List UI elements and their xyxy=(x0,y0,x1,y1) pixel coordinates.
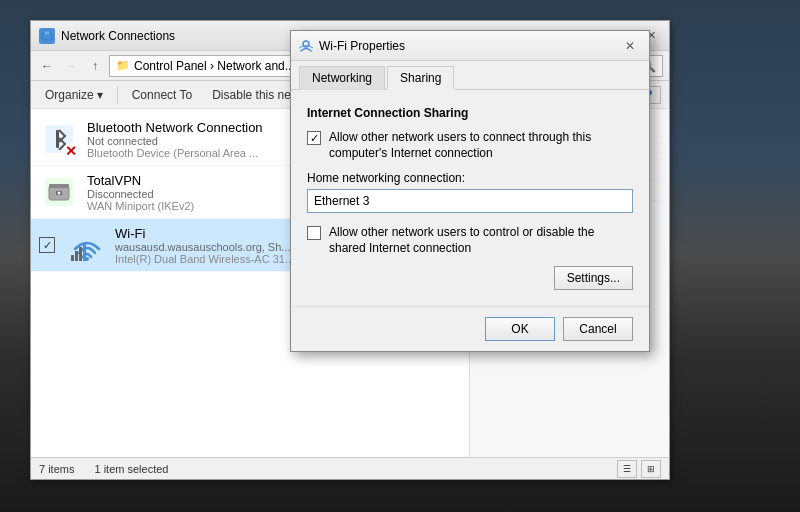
dialog-titlebar: Wi-Fi Properties ✕ xyxy=(291,31,649,61)
wifi-properties-dialog: Wi-Fi Properties ✕ Networking Sharing In… xyxy=(290,30,650,352)
checkbox-row-1: Allow other network users to connect thr… xyxy=(307,130,633,161)
dialog-title: Wi-Fi Properties xyxy=(319,39,613,53)
tab-networking[interactable]: Networking xyxy=(299,66,385,90)
allow-sharing-label: Allow other network users to connect thr… xyxy=(329,130,633,161)
dialog-footer: OK Cancel xyxy=(291,306,649,351)
home-networking-label: Home networking connection: xyxy=(307,171,633,185)
allow-sharing-checkbox[interactable] xyxy=(307,131,321,145)
dialog-icon xyxy=(299,39,313,53)
dialog-tabs: Networking Sharing xyxy=(291,61,649,90)
tab-sharing[interactable]: Sharing xyxy=(387,66,454,90)
tab-networking-label: Networking xyxy=(312,71,372,85)
settings-button[interactable]: Settings... xyxy=(554,266,633,290)
tab-sharing-label: Sharing xyxy=(400,71,441,85)
dialog-close-button[interactable]: ✕ xyxy=(619,36,641,56)
section-title: Internet Connection Sharing xyxy=(307,106,633,120)
dialog-content: Internet Connection Sharing Allow other … xyxy=(291,90,649,306)
checkbox-row-2: Allow other network users to control or … xyxy=(307,225,633,256)
dialog-overlay: Wi-Fi Properties ✕ Networking Sharing In… xyxy=(0,0,800,512)
allow-control-label: Allow other network users to control or … xyxy=(329,225,633,256)
home-networking-field: Home networking connection: xyxy=(307,171,633,213)
home-networking-input[interactable] xyxy=(307,189,633,213)
cancel-button[interactable]: Cancel xyxy=(563,317,633,341)
ok-button[interactable]: OK xyxy=(485,317,555,341)
allow-control-checkbox[interactable] xyxy=(307,226,321,240)
